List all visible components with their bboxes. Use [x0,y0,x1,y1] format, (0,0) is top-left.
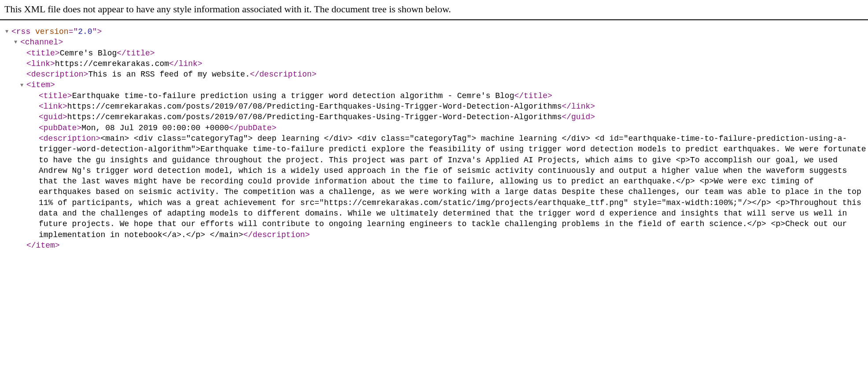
tag: <item> [26,80,55,89]
title-open-tag: <title> [26,49,60,58]
title-text: Cemre's Blog [60,49,117,58]
attr-value: 2.0 [78,27,92,36]
item-open[interactable]: ▼<item> [5,80,868,90]
link-text: https://cemrekarakas.com [55,59,169,68]
title-close-tag: </title> [117,49,154,58]
attr-name: version [35,27,69,36]
desc-text: This is an RSS feed of my website. [88,70,250,79]
link-open-tag: <link> [26,59,55,68]
tag: "> [92,27,102,36]
link-close-tag: </link> [169,59,202,68]
desc-close-tag: </description> [250,70,316,79]
item-link[interactable]: <link>https://cemrekarakas.com/posts/201… [5,101,868,112]
guid-open-tag: <guid> [39,113,67,121]
title-open-tag: <title> [39,91,72,100]
channel-description[interactable]: <description>This is an RSS feed of my w… [5,69,868,80]
tag: <rss [11,27,35,36]
pubdate-open-tag: <pubDate> [39,124,81,132]
desc-open-tag: <description> [26,70,88,79]
xml-notice: This XML file does not appear to have an… [0,0,868,20]
channel-open[interactable]: ▼<channel> [5,37,868,48]
toggle-icon[interactable]: ▼ [20,82,26,89]
item-title[interactable]: <title>Earthquake time-to-failure predic… [5,91,868,101]
pubdate-text: Mon, 08 Jul 2019 00:00:00 +0000 [81,124,229,132]
xml-tree: ▼<rss version="2.0"> ▼<channel> <title>C… [0,20,868,251]
tag: </item> [26,241,60,250]
guid-close-tag: </guid> [562,113,595,121]
link-open-tag: <link> [39,102,67,111]
guid-text: https://cemrekarakas.com/posts/2019/07/0… [67,113,562,121]
rss-open[interactable]: ▼<rss version="2.0"> [5,26,868,37]
pubdate-close-tag: </pubDate> [229,124,276,132]
desc-close-tag: </description> [243,230,309,239]
item-description[interactable]: <description><main> <div class="category… [5,133,868,240]
link-text: https://cemrekarakas.com/posts/2019/07/0… [67,102,562,111]
tag: =" [69,27,78,36]
channel-link[interactable]: <link>https://cemrekarakas.com</link> [5,59,868,69]
item-close[interactable]: </item> [5,240,868,251]
desc-open-tag: <description> [39,134,100,143]
link-close-tag: </link> [562,102,595,111]
desc-text: <main> <div class="categoryTag"> deep le… [39,134,866,239]
title-text: Earthquake time-to-failure prediction us… [72,91,515,100]
toggle-icon[interactable]: ▼ [14,39,20,46]
title-close-tag: </title> [514,91,552,100]
item-guid[interactable]: <guid>https://cemrekarakas.com/posts/201… [5,112,868,122]
channel-title[interactable]: <title>Cemre's Blog</title> [5,48,868,59]
tag: <channel> [20,38,63,47]
toggle-icon[interactable]: ▼ [5,28,11,35]
item-pubdate[interactable]: <pubDate>Mon, 08 Jul 2019 00:00:00 +0000… [5,123,868,133]
